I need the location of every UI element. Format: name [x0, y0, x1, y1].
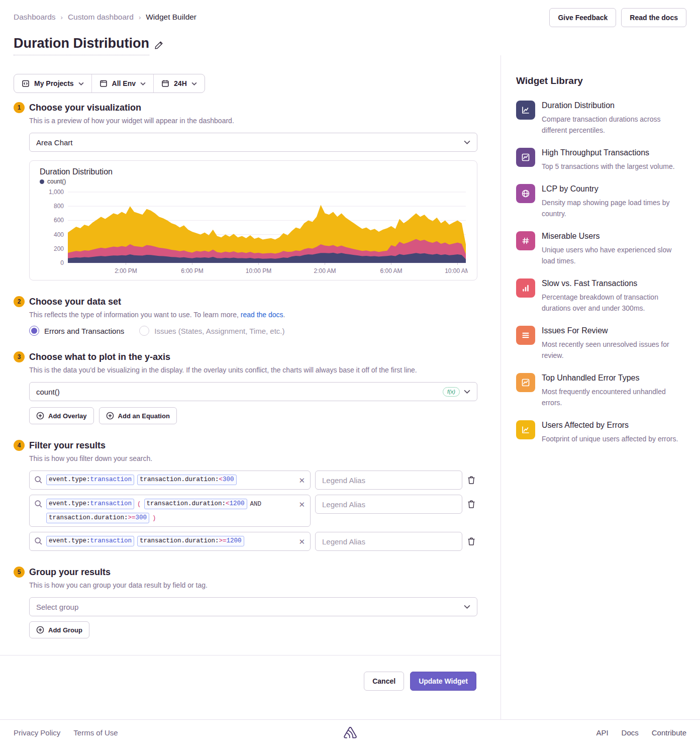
- update-widget-button[interactable]: Update Widget: [410, 672, 476, 691]
- contribute-link[interactable]: Contribute: [652, 728, 686, 737]
- project-icon: [22, 79, 30, 87]
- widget-item-title: Miserable Users: [542, 232, 682, 241]
- privacy-policy-link[interactable]: Privacy Policy: [14, 728, 60, 737]
- form-actions: Cancel Update Widget: [0, 655, 501, 691]
- widget-library-item-miserable-users[interactable]: Miserable Users Unique users who have ex…: [516, 231, 682, 266]
- add-group-button[interactable]: Add Group: [29, 621, 89, 638]
- search-query-input[interactable]: event.type:transaction(transaction.durat…: [29, 495, 311, 527]
- add-overlay-button[interactable]: Add Overlay: [29, 407, 94, 424]
- widget-item-title: Users Affected by Errors: [542, 421, 678, 430]
- page-footer: Privacy Policy Terms of Use API Docs Con…: [0, 719, 700, 745]
- breadcrumb-dashboards[interactable]: Dashboards: [14, 13, 56, 22]
- svg-text:10:00 PM: 10:00 PM: [246, 267, 271, 274]
- read-the-docs-link[interactable]: read the docs: [241, 311, 283, 319]
- query-token[interactable]: transaction.duration:<1200: [144, 499, 247, 509]
- widget-library-item-duration-distribution[interactable]: Duration Distribution Compare transactio…: [516, 101, 682, 136]
- environment-filter-dropdown[interactable]: All Env: [91, 74, 153, 92]
- breadcrumb-custom-dashboard[interactable]: Custom dashboard: [68, 13, 134, 22]
- query-token[interactable]: transaction.duration:<300: [137, 475, 237, 485]
- docs-link[interactable]: Docs: [622, 728, 639, 737]
- terms-of-use-link[interactable]: Terms of Use: [73, 728, 118, 737]
- legend-alias-input[interactable]: [315, 495, 462, 514]
- query-token[interactable]: transaction.duration:>=300: [46, 513, 149, 523]
- widget-library-item-lcp-by-country[interactable]: LCP by Country Density map showing page …: [516, 184, 682, 219]
- query-token[interactable]: event.type:transaction: [46, 475, 134, 485]
- widget-preview-panel: Duration Distribution count() 0200400600…: [29, 160, 477, 280]
- read-the-docs-button[interactable]: Read the docs: [621, 8, 686, 27]
- radio-errors-transactions[interactable]: Errors and Transactions: [29, 326, 124, 336]
- step-subtitle: This is a preview of how your widget wil…: [29, 117, 501, 125]
- query-token[interactable]: transaction.duration:>=1200: [137, 536, 244, 546]
- widget-item-desc: Density map showing page load times by c…: [542, 197, 682, 219]
- widget-item-desc: Most frequently encountered unhandled er…: [542, 386, 682, 408]
- widget-library-item-users-affected[interactable]: Users Affected by Errors Footprint of un…: [516, 420, 682, 444]
- widget-library-item-issues-for-review[interactable]: Issues For Review Most recently seen unr…: [516, 326, 682, 361]
- page-title: Duration Distribution: [14, 36, 149, 55]
- radio-selected-icon: [29, 326, 39, 336]
- delete-filter-button[interactable]: [467, 476, 476, 485]
- trash-icon: [467, 537, 476, 546]
- y-axis-field-select[interactable]: count() f(x): [29, 382, 477, 401]
- breadcrumb-widget-builder: Widget Builder: [146, 13, 196, 22]
- cancel-button[interactable]: Cancel: [364, 672, 404, 691]
- widget-item-desc: Unique users who have experienced slow l…: [542, 244, 682, 266]
- step-number-badge: 3: [14, 351, 25, 362]
- svg-text:6:00 AM: 6:00 AM: [380, 267, 402, 274]
- chevron-right-icon: ›: [139, 14, 141, 21]
- search-query-input[interactable]: event.type:transactiontransaction.durati…: [29, 471, 311, 490]
- widget-item-title: Top Unhandled Error Types: [542, 373, 682, 383]
- delete-filter-button[interactable]: [467, 500, 476, 509]
- query-token[interactable]: event.type:transaction: [46, 536, 134, 546]
- widget-library-item-slow-vs-fast[interactable]: Slow vs. Fast Transactions Percentage br…: [516, 278, 682, 314]
- globe-icon: [516, 184, 535, 203]
- clear-search-icon[interactable]: ✕: [298, 476, 305, 485]
- api-link[interactable]: API: [596, 728, 608, 737]
- line-chart-icon: [516, 148, 535, 167]
- legend-alias-input[interactable]: [315, 471, 462, 490]
- radio-label: Errors and Transactions: [44, 327, 124, 335]
- legend-alias-input[interactable]: [315, 532, 462, 551]
- page-filter-bar: My Projects All Env 24H: [14, 74, 205, 93]
- query-boolean-operator: AND: [250, 500, 262, 509]
- step-number-badge: 4: [14, 440, 25, 451]
- query-token[interactable]: event.type:transaction: [46, 499, 134, 509]
- plus-circle-icon: [106, 412, 114, 420]
- search-icon: [34, 537, 43, 545]
- chevron-down-icon: [191, 82, 197, 85]
- widget-library-item-high-throughput[interactable]: High Throughput Transactions Top 5 trans…: [516, 148, 682, 172]
- svg-text:800: 800: [54, 203, 64, 210]
- step-subtitle: This is how you can group your data resu…: [29, 581, 501, 589]
- radio-issues[interactable]: Issues (States, Assignment, Time, etc.): [139, 326, 284, 336]
- give-feedback-button[interactable]: Give Feedback: [549, 8, 616, 27]
- widget-library-item-top-unhandled-errors[interactable]: Top Unhandled Error Types Most frequentl…: [516, 373, 682, 408]
- project-filter-dropdown[interactable]: My Projects: [14, 74, 91, 92]
- edit-title-pencil-icon[interactable]: [154, 41, 163, 50]
- step-title: Group your results: [29, 567, 111, 578]
- sentry-logo-icon[interactable]: [343, 726, 358, 740]
- chevron-down-icon: [78, 82, 84, 85]
- list-icon: [516, 326, 535, 345]
- step-title: Choose what to plot in the y-axis: [29, 352, 170, 362]
- breadcrumb: Dashboards › Custom dashboard › Widget B…: [14, 8, 196, 22]
- search-query-input[interactable]: event.type:transactiontransaction.durati…: [29, 532, 311, 551]
- group-select-placeholder: Select group: [36, 603, 78, 611]
- add-equation-button[interactable]: Add an Equation: [99, 407, 177, 424]
- chevron-down-icon: [464, 140, 470, 144]
- delete-filter-button[interactable]: [467, 537, 476, 546]
- group-select[interactable]: Select group: [29, 597, 477, 616]
- step-number-badge: 5: [14, 567, 25, 578]
- widget-item-title: LCP by Country: [542, 184, 682, 194]
- legend-dot-icon: [40, 179, 44, 184]
- clear-search-icon[interactable]: ✕: [298, 537, 305, 546]
- chart-legend[interactable]: count(): [40, 178, 467, 185]
- widget-item-desc: Footprint of unique users affected by er…: [542, 433, 678, 444]
- widget-item-desc: Compare transaction durations across dif…: [542, 114, 682, 136]
- svg-text:10:00 AM: 10:00 AM: [445, 267, 468, 274]
- time-range-filter-dropdown[interactable]: 24H: [153, 74, 205, 92]
- display-type-select[interactable]: Area Chart: [29, 133, 477, 152]
- step-visualization: 1 Choose your visualization This is a pr…: [14, 102, 501, 280]
- clear-search-icon[interactable]: ✕: [298, 500, 305, 509]
- step-subtitle: This is how you filter down your search.: [29, 454, 501, 462]
- window-icon: [99, 79, 108, 87]
- time-range-filter-label: 24H: [174, 79, 187, 87]
